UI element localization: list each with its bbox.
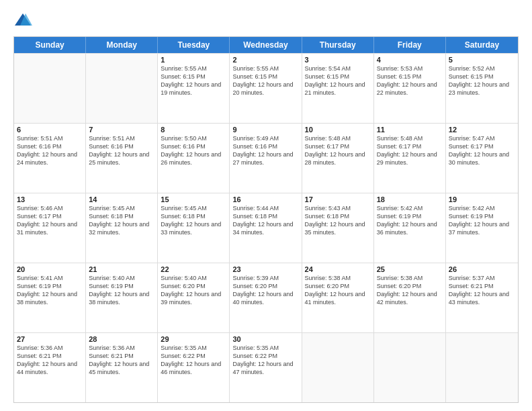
calendar-cell: 8Sunrise: 5:50 AM Sunset: 6:16 PM Daylig… xyxy=(158,124,230,193)
header-day-wednesday: Wednesday xyxy=(230,37,302,53)
day-info: Sunrise: 5:50 AM Sunset: 6:16 PM Dayligh… xyxy=(161,134,226,167)
calendar-row-1: 6Sunrise: 5:51 AM Sunset: 6:16 PM Daylig… xyxy=(14,123,518,193)
header-day-thursday: Thursday xyxy=(302,37,374,53)
calendar-cell: 29Sunrise: 5:35 AM Sunset: 6:22 PM Dayli… xyxy=(158,333,230,402)
day-info: Sunrise: 5:35 AM Sunset: 6:22 PM Dayligh… xyxy=(161,344,226,377)
day-info: Sunrise: 5:54 AM Sunset: 6:15 PM Dayligh… xyxy=(305,64,371,97)
calendar-cell: 1Sunrise: 5:55 AM Sunset: 6:15 PM Daylig… xyxy=(158,54,230,123)
day-number: 5 xyxy=(449,56,515,64)
day-number: 27 xyxy=(17,335,83,343)
calendar-cell: 30Sunrise: 5:35 AM Sunset: 6:22 PM Dayli… xyxy=(230,333,302,402)
logo-icon xyxy=(13,11,32,30)
calendar-cell: 7Sunrise: 5:51 AM Sunset: 6:16 PM Daylig… xyxy=(86,124,158,193)
day-number: 4 xyxy=(377,56,443,64)
day-number: 20 xyxy=(17,265,83,273)
calendar-cell xyxy=(374,333,446,402)
day-number: 1 xyxy=(161,56,226,64)
calendar-cell: 25Sunrise: 5:38 AM Sunset: 6:20 PM Dayli… xyxy=(374,263,446,332)
calendar-header: SundayMondayTuesdayWednesdayThursdayFrid… xyxy=(14,37,518,53)
calendar-row-2: 13Sunrise: 5:46 AM Sunset: 6:17 PM Dayli… xyxy=(14,193,518,263)
calendar-cell: 27Sunrise: 5:36 AM Sunset: 6:21 PM Dayli… xyxy=(14,333,86,402)
calendar-cell: 26Sunrise: 5:37 AM Sunset: 6:21 PM Dayli… xyxy=(446,263,518,332)
day-info: Sunrise: 5:45 AM Sunset: 6:18 PM Dayligh… xyxy=(89,204,154,237)
page: SundayMondayTuesdayWednesdayThursdayFrid… xyxy=(0,0,532,411)
day-number: 7 xyxy=(89,126,154,134)
day-number: 8 xyxy=(161,126,226,134)
calendar-cell xyxy=(446,333,518,402)
day-info: Sunrise: 5:38 AM Sunset: 6:20 PM Dayligh… xyxy=(305,274,371,307)
calendar-cell: 12Sunrise: 5:47 AM Sunset: 6:17 PM Dayli… xyxy=(446,124,518,193)
calendar-cell: 23Sunrise: 5:39 AM Sunset: 6:20 PM Dayli… xyxy=(230,263,302,332)
day-info: Sunrise: 5:48 AM Sunset: 6:17 PM Dayligh… xyxy=(305,134,371,167)
day-info: Sunrise: 5:35 AM Sunset: 6:22 PM Dayligh… xyxy=(232,344,298,377)
calendar-cell: 6Sunrise: 5:51 AM Sunset: 6:16 PM Daylig… xyxy=(14,124,86,193)
day-info: Sunrise: 5:45 AM Sunset: 6:18 PM Dayligh… xyxy=(161,204,226,237)
day-number: 2 xyxy=(232,56,298,64)
calendar-cell: 11Sunrise: 5:48 AM Sunset: 6:17 PM Dayli… xyxy=(374,124,446,193)
calendar-cell: 28Sunrise: 5:36 AM Sunset: 6:21 PM Dayli… xyxy=(86,333,158,402)
day-info: Sunrise: 5:49 AM Sunset: 6:16 PM Dayligh… xyxy=(232,134,298,167)
day-number: 15 xyxy=(161,195,226,203)
day-info: Sunrise: 5:46 AM Sunset: 6:17 PM Dayligh… xyxy=(17,204,83,237)
day-number: 16 xyxy=(232,195,298,203)
day-info: Sunrise: 5:55 AM Sunset: 6:15 PM Dayligh… xyxy=(232,64,298,97)
calendar-cell: 15Sunrise: 5:45 AM Sunset: 6:18 PM Dayli… xyxy=(158,193,230,263)
day-info: Sunrise: 5:48 AM Sunset: 6:17 PM Dayligh… xyxy=(377,134,443,167)
day-number: 11 xyxy=(377,126,443,134)
calendar-cell: 22Sunrise: 5:40 AM Sunset: 6:20 PM Dayli… xyxy=(158,263,230,332)
calendar-cell xyxy=(86,54,158,123)
calendar-cell: 10Sunrise: 5:48 AM Sunset: 6:17 PM Dayli… xyxy=(302,124,374,193)
day-info: Sunrise: 5:43 AM Sunset: 6:18 PM Dayligh… xyxy=(305,204,371,237)
header-day-friday: Friday xyxy=(374,37,446,53)
day-number: 25 xyxy=(377,265,443,273)
day-info: Sunrise: 5:55 AM Sunset: 6:15 PM Dayligh… xyxy=(161,64,226,97)
day-number: 24 xyxy=(305,265,371,273)
header-day-saturday: Saturday xyxy=(446,37,518,53)
day-info: Sunrise: 5:52 AM Sunset: 6:15 PM Dayligh… xyxy=(449,64,515,97)
calendar-cell xyxy=(14,54,86,123)
day-info: Sunrise: 5:47 AM Sunset: 6:17 PM Dayligh… xyxy=(449,134,515,167)
calendar-cell: 14Sunrise: 5:45 AM Sunset: 6:18 PM Dayli… xyxy=(86,193,158,263)
day-info: Sunrise: 5:39 AM Sunset: 6:20 PM Dayligh… xyxy=(232,274,298,307)
calendar-cell: 24Sunrise: 5:38 AM Sunset: 6:20 PM Dayli… xyxy=(302,263,374,332)
calendar-row-0: 1Sunrise: 5:55 AM Sunset: 6:15 PM Daylig… xyxy=(14,53,518,123)
day-info: Sunrise: 5:36 AM Sunset: 6:21 PM Dayligh… xyxy=(17,344,83,377)
day-number: 29 xyxy=(161,335,226,343)
header-day-sunday: Sunday xyxy=(14,37,86,53)
day-number: 13 xyxy=(17,195,83,203)
day-number: 22 xyxy=(161,265,226,273)
day-number: 28 xyxy=(89,335,154,343)
day-info: Sunrise: 5:41 AM Sunset: 6:19 PM Dayligh… xyxy=(17,274,83,307)
day-number: 19 xyxy=(449,195,515,203)
header-day-monday: Monday xyxy=(86,37,158,53)
calendar-cell: 20Sunrise: 5:41 AM Sunset: 6:19 PM Dayli… xyxy=(14,263,86,332)
calendar-cell: 16Sunrise: 5:44 AM Sunset: 6:18 PM Dayli… xyxy=(230,193,302,263)
header-day-tuesday: Tuesday xyxy=(158,37,230,53)
calendar-cell: 4Sunrise: 5:53 AM Sunset: 6:15 PM Daylig… xyxy=(374,54,446,123)
day-number: 18 xyxy=(377,195,443,203)
calendar-cell: 3Sunrise: 5:54 AM Sunset: 6:15 PM Daylig… xyxy=(302,54,374,123)
day-number: 14 xyxy=(89,195,154,203)
header xyxy=(13,11,519,30)
day-info: Sunrise: 5:51 AM Sunset: 6:16 PM Dayligh… xyxy=(89,134,154,167)
calendar-body: 1Sunrise: 5:55 AM Sunset: 6:15 PM Daylig… xyxy=(14,53,518,402)
calendar-cell: 13Sunrise: 5:46 AM Sunset: 6:17 PM Dayli… xyxy=(14,193,86,263)
day-number: 30 xyxy=(232,335,298,343)
calendar-cell: 17Sunrise: 5:43 AM Sunset: 6:18 PM Dayli… xyxy=(302,193,374,263)
logo xyxy=(13,11,35,30)
calendar-cell xyxy=(302,333,374,402)
calendar-cell: 2Sunrise: 5:55 AM Sunset: 6:15 PM Daylig… xyxy=(230,54,302,123)
day-info: Sunrise: 5:37 AM Sunset: 6:21 PM Dayligh… xyxy=(449,274,515,307)
day-info: Sunrise: 5:51 AM Sunset: 6:16 PM Dayligh… xyxy=(17,134,83,167)
calendar-row-3: 20Sunrise: 5:41 AM Sunset: 6:19 PM Dayli… xyxy=(14,263,518,332)
day-number: 10 xyxy=(305,126,371,134)
day-number: 9 xyxy=(232,126,298,134)
day-info: Sunrise: 5:38 AM Sunset: 6:20 PM Dayligh… xyxy=(377,274,443,307)
day-info: Sunrise: 5:40 AM Sunset: 6:19 PM Dayligh… xyxy=(89,274,154,307)
calendar-cell: 18Sunrise: 5:42 AM Sunset: 6:19 PM Dayli… xyxy=(374,193,446,263)
day-number: 6 xyxy=(17,126,83,134)
day-info: Sunrise: 5:53 AM Sunset: 6:15 PM Dayligh… xyxy=(377,64,443,97)
calendar-cell: 21Sunrise: 5:40 AM Sunset: 6:19 PM Dayli… xyxy=(86,263,158,332)
day-number: 23 xyxy=(232,265,298,273)
day-info: Sunrise: 5:40 AM Sunset: 6:20 PM Dayligh… xyxy=(161,274,226,307)
